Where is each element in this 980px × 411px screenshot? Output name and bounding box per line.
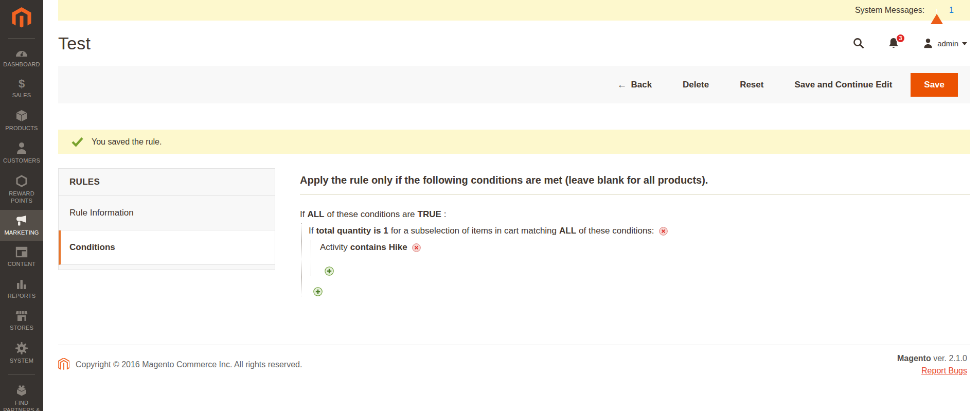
- reward-points-icon: [15, 174, 28, 188]
- conditions-heading: Apply the rule only if the following con…: [300, 174, 970, 186]
- magento-logo-icon: [12, 7, 31, 29]
- condition-value[interactable]: TRUE: [418, 207, 441, 222]
- condition-subselection-row: If total quantity is 1 for a subselectio…: [309, 223, 970, 239]
- notification-count-badge: 3: [896, 33, 905, 43]
- condition-attribute[interactable]: Activity: [320, 240, 348, 255]
- report-bugs-link[interactable]: Report Bugs: [921, 366, 967, 376]
- sidebar-item-label: PRODUCTS: [5, 125, 38, 132]
- add-condition-row: [325, 265, 970, 276]
- remove-condition-button[interactable]: [412, 243, 421, 252]
- condition-operator[interactable]: is: [373, 223, 381, 239]
- system-messages-label: System Messages:: [855, 6, 924, 15]
- version-info: Magento ver. 2.1.0: [897, 354, 967, 363]
- sidebar-item-label: MARKETING: [4, 229, 39, 237]
- success-message-text: You saved the rule.: [92, 137, 162, 147]
- sidebar-item-label: CONTENT: [8, 261, 36, 268]
- sidebar-item-products[interactable]: PRODUCTS: [0, 104, 43, 137]
- tab-conditions[interactable]: Conditions: [59, 230, 275, 265]
- user-icon: [922, 38, 934, 49]
- notifications-button[interactable]: 3: [887, 37, 900, 50]
- marketing-icon: [15, 215, 28, 227]
- admin-footer: Copyright © 2016 Magento Commerce Inc. A…: [58, 345, 970, 376]
- condition-text: of these conditions:: [579, 223, 654, 239]
- save-button[interactable]: Save: [911, 73, 958, 97]
- condition-value[interactable]: Hike: [389, 240, 407, 255]
- sidebar-item-label: REWARD POINTS: [1, 190, 42, 205]
- condition-value[interactable]: 1: [383, 223, 388, 239]
- add-icon: [313, 287, 323, 296]
- warning-icon: !: [931, 5, 943, 15]
- magento-footer-logo-icon: [58, 358, 69, 371]
- condition-operator[interactable]: contains: [350, 240, 386, 255]
- back-button[interactable]: ← Back: [614, 79, 655, 91]
- condition-text: :: [444, 207, 447, 222]
- app-window: DASHBOARD $ SALES PRODUCTS CUSTOMERS: [0, 0, 980, 411]
- condition-branch-level-1: If total quantity is 1 for a subselectio…: [301, 223, 970, 296]
- stores-icon: [15, 310, 28, 322]
- sidebar-item-stores[interactable]: STORES: [0, 305, 43, 337]
- remove-icon: [412, 243, 421, 252]
- tab-rule-information[interactable]: Rule Information: [59, 196, 275, 230]
- products-icon: [15, 109, 28, 122]
- remove-condition-button[interactable]: [659, 227, 668, 236]
- sidebar-item-label: SYSTEM: [10, 358, 33, 365]
- customers-icon: [15, 141, 28, 155]
- page-header: Test 3: [58, 21, 970, 66]
- condition-root-row: If ALL of these conditions are TRUE :: [300, 207, 970, 222]
- page-actions-toolbar: ← Back Delete Reset Save and Continue Ed…: [58, 66, 970, 103]
- reports-icon: [15, 278, 28, 290]
- extensions-icon: [15, 384, 28, 397]
- main-area: System Messages: ! 1 Test: [43, 0, 980, 411]
- reset-button[interactable]: Reset: [737, 79, 767, 91]
- admin-user-menu[interactable]: admin: [922, 38, 967, 49]
- sidebar-item-label: REPORTS: [8, 293, 35, 300]
- checkmark-icon: [72, 137, 83, 147]
- conditions-section: Apply the rule only if the following con…: [275, 168, 970, 299]
- dashboard-icon: [15, 47, 28, 59]
- sidebar-divider: [8, 38, 35, 39]
- save-and-continue-button[interactable]: Save and Continue Edit: [791, 79, 895, 91]
- sidebar-item-marketing[interactable]: MARKETING: [0, 210, 43, 242]
- sidebar-item-find-partners[interactable]: FIND PARTNERS & EXTENSIONS: [0, 379, 43, 411]
- chevron-down-icon: [962, 42, 967, 45]
- sidebar-item-sales[interactable]: $ SALES: [0, 74, 43, 104]
- condition-attribute[interactable]: total quantity: [316, 223, 371, 239]
- condition-text: If: [300, 207, 305, 222]
- sidebar-item-label: CUSTOMERS: [3, 157, 40, 165]
- magento-logo[interactable]: [0, 0, 43, 37]
- sidebar-item-label: SALES: [12, 92, 31, 99]
- footer-brand: Magento: [897, 354, 931, 363]
- condition-child-row: Activity contains Hike: [320, 240, 970, 255]
- page-title: Test: [58, 33, 91, 53]
- content-icon: [15, 246, 28, 258]
- condition-aggregator[interactable]: ALL: [559, 223, 576, 239]
- add-condition-row: [313, 286, 970, 296]
- sidebar-item-customers[interactable]: CUSTOMERS: [0, 137, 43, 170]
- condition-aggregator[interactable]: ALL: [307, 207, 324, 222]
- success-message: You saved the rule.: [58, 130, 970, 154]
- sidebar-item-label: DASHBOARD: [3, 61, 40, 68]
- heading-divider: [300, 194, 970, 194]
- sidebar-item-reports[interactable]: REPORTS: [0, 273, 43, 305]
- system-messages-count-link[interactable]: 1: [949, 6, 954, 15]
- system-messages-bar: System Messages: ! 1: [58, 0, 970, 21]
- back-arrow-icon: ←: [617, 79, 627, 91]
- delete-button[interactable]: Delete: [680, 79, 712, 91]
- panel-header: RULES: [59, 169, 275, 196]
- condition-text: for a subselection of items in cart matc…: [391, 223, 557, 239]
- add-condition-button[interactable]: [313, 287, 323, 296]
- sidebar-item-system[interactable]: SYSTEM: [0, 337, 43, 370]
- condition-text: If: [309, 223, 313, 239]
- admin-username: admin: [937, 39, 958, 48]
- sidebar-item-reward-points[interactable]: REWARD POINTS: [0, 170, 43, 210]
- sidebar-item-dashboard[interactable]: DASHBOARD: [0, 43, 43, 74]
- add-condition-button[interactable]: [325, 266, 334, 276]
- sidebar-item-content[interactable]: CONTENT: [0, 241, 43, 273]
- header-actions: 3 admin: [852, 37, 970, 50]
- system-icon: [15, 342, 28, 355]
- sidebar-divider: [8, 374, 35, 375]
- remove-icon: [659, 227, 668, 236]
- add-icon: [325, 266, 334, 276]
- sales-icon: $: [19, 78, 25, 90]
- search-icon[interactable]: [852, 37, 865, 49]
